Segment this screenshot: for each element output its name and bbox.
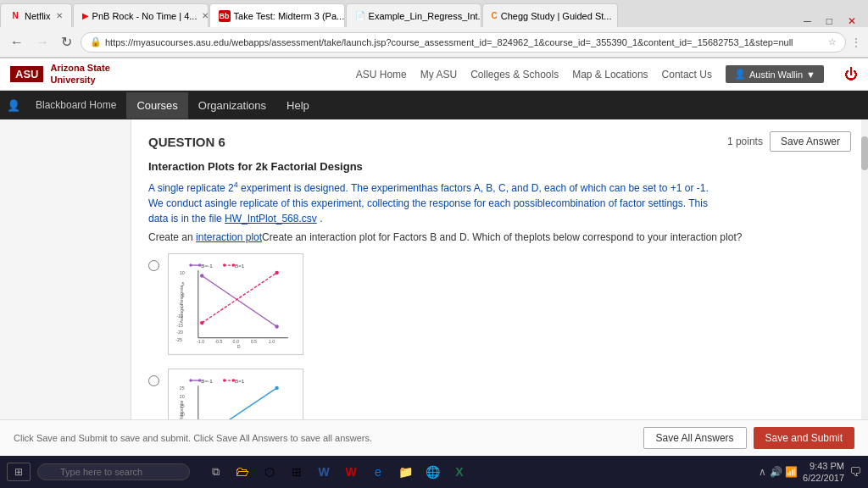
asu-top-links: ASU Home My ASU Colleges & Schools Map &…	[356, 65, 858, 83]
tab-netflix[interactable]: N Netflix ✕	[0, 3, 72, 27]
svg-text:B=-1: B=-1	[201, 378, 213, 384]
desc-text2: We conduct asingle replicate of this exp…	[148, 197, 708, 209]
svg-point-25	[275, 324, 278, 328]
folder-btn[interactable]: 📁	[393, 460, 417, 484]
dropdown-arrow: ▼	[806, 69, 815, 80]
person-icon: 👤	[734, 69, 746, 80]
close-btn[interactable]: ✕	[843, 15, 861, 27]
pnb-favicon: ▶	[82, 10, 89, 22]
windows-store-btn[interactable]: ⊞	[285, 460, 309, 484]
svg-point-1	[189, 263, 192, 267]
radio-option-2[interactable]	[148, 375, 159, 386]
tab-netflix-label: Netflix	[25, 11, 51, 21]
help-nav-item[interactable]: Help	[276, 92, 320, 119]
map-link[interactable]: Map & Locations	[572, 69, 648, 80]
asu-home-link[interactable]: ASU Home	[356, 69, 407, 80]
svg-text:1.0: 1.0	[269, 339, 275, 344]
svg-text:-0.5: -0.5	[214, 339, 222, 344]
taskbar-search-wrap: ○	[37, 463, 190, 480]
taskbar-time-display: 9:43 PM	[803, 460, 844, 472]
notification-btn[interactable]: 🗨	[849, 465, 861, 479]
tab-bar: N Netflix ✕ ▶ PnB Rock - No Time | 4... …	[0, 0, 868, 27]
tab-take-test[interactable]: Bb Take Test: Midterm 3 (Pa... ✕	[209, 3, 345, 27]
taskbar-date-display: 6/22/2017	[803, 472, 844, 484]
excel-btn[interactable]: X	[448, 460, 471, 484]
svg-point-5	[223, 263, 226, 267]
interaction-plot-link[interactable]: interaction plot	[196, 231, 262, 243]
file-explorer-btn[interactable]: 🗁	[231, 460, 254, 484]
svg-text:B=-1: B=-1	[201, 263, 213, 269]
asu-name-line2: University	[50, 75, 109, 86]
svg-point-34	[223, 379, 226, 382]
radio-option-1[interactable]	[148, 260, 159, 271]
tab-chegg-close[interactable]: ✕	[616, 11, 617, 20]
svg-text:0.0: 0.0	[232, 339, 238, 344]
tab-netflix-close[interactable]: ✕	[56, 11, 63, 20]
svg-point-54	[275, 386, 278, 390]
browser-chrome: N Netflix ✕ ▶ PnB Rock - No Time | 4... …	[0, 0, 868, 58]
scrollbar-thumb[interactable]	[861, 136, 868, 170]
footer-message: Click Save and Submit to save and submit…	[14, 433, 372, 443]
svg-text:0.5: 0.5	[251, 339, 257, 344]
svg-text:25: 25	[180, 385, 185, 391]
netflix-favicon: N	[9, 10, 21, 22]
save-submit-btn[interactable]: Save and Submit	[754, 427, 854, 449]
forward-btn[interactable]: →	[32, 35, 53, 50]
bb-nav: 👤 Blackboard Home Courses Organizations …	[0, 91, 868, 119]
dropbox-btn[interactable]: ⬡	[258, 460, 281, 484]
svg-text:B=1: B=1	[235, 378, 245, 384]
contact-link[interactable]: Contact Us	[662, 69, 712, 80]
asu-logo-box: ASU	[10, 66, 43, 82]
maximize-btn[interactable]: □	[821, 15, 837, 27]
prompt-text: Create an interaction plot for Factors B…	[262, 231, 742, 243]
tab-chegg-label: Chegg Study | Guided St...	[501, 11, 612, 21]
asu-name-line1: Arizona State	[50, 63, 109, 74]
task-view-btn[interactable]: ⧉	[203, 460, 227, 484]
chart-1-container: B=-1 B=1 10 5 0 -5 -10 -15 -20	[168, 253, 303, 355]
user-menu-btn[interactable]: 👤 Austin Wallin ▼	[726, 65, 824, 83]
refresh-btn[interactable]: ↻	[58, 34, 75, 50]
tab-example[interactable]: 📄 Example_Lin_Regress_Int... ✕	[346, 3, 481, 27]
taskbar-search-input[interactable]	[37, 463, 190, 480]
svg-text:D: D	[237, 344, 241, 349]
footer-bar: Click Save and Submit to save and submit…	[0, 419, 868, 456]
my-asu-link[interactable]: My ASU	[420, 69, 457, 80]
desc-text1: A single replicate 24 experiment is desi…	[148, 182, 709, 194]
power-btn[interactable]: ⏻	[844, 67, 858, 82]
url-input[interactable]: 🔒 https://myasucourses.asu.edu/webapps/a…	[81, 32, 846, 53]
svg-point-27	[275, 271, 278, 274]
back-btn[interactable]: ←	[7, 35, 27, 50]
question-prompt: Create an interaction plotCreate an inte…	[148, 231, 851, 243]
chart-option-1: B=-1 B=1 10 5 0 -5 -10 -15 -20	[148, 253, 851, 355]
save-all-btn[interactable]: Save All Answers	[643, 427, 747, 449]
minimize-btn[interactable]: ─	[798, 15, 816, 27]
organizations-nav-item[interactable]: Organizations	[188, 92, 276, 119]
edge-btn[interactable]: e	[366, 460, 390, 484]
tab-pnb-close[interactable]: ✕	[202, 11, 208, 20]
courses-nav-item[interactable]: Courses	[126, 92, 187, 119]
tab-example-label: Example_Lin_Regress_Int...	[369, 11, 481, 21]
svg-point-26	[200, 321, 203, 324]
question-number: QUESTION 6	[148, 135, 225, 149]
points-area: 1 points Save Answer	[727, 131, 851, 152]
bb-favicon: Bb	[219, 10, 231, 22]
bb-person-icon: 👤	[7, 99, 20, 112]
bb-home-link[interactable]: Blackboard Home	[25, 92, 126, 118]
colleges-link[interactable]: Colleges & Schools	[470, 69, 559, 80]
tab-pnb[interactable]: ▶ PnB Rock - No Time | 4... ✕	[73, 3, 209, 27]
svg-text:20: 20	[180, 394, 185, 399]
start-button[interactable]: ⊞	[7, 463, 31, 481]
question-header: QUESTION 6 1 points Save Answer	[148, 131, 851, 152]
file-link[interactable]: HW_IntPlot_568.csv	[225, 213, 317, 225]
save-answer-btn[interactable]: Save Answer	[770, 131, 851, 152]
taskbar-clock: 9:43 PM 6/22/2017	[803, 460, 844, 485]
tab-chegg[interactable]: C Chegg Study | Guided St... ✕	[482, 3, 618, 27]
taskbar-icons: ∧ 🔊 📶	[759, 466, 798, 478]
bookmark-icon[interactable]: ☆	[828, 36, 837, 47]
chrome-btn[interactable]: 🌐	[420, 460, 444, 484]
word-btn[interactable]: W	[312, 460, 336, 484]
windows-icon: ⊞	[14, 466, 23, 478]
asu-logo-text: Arizona State University	[50, 63, 109, 85]
example-favicon: 📄	[355, 10, 365, 22]
wolfram-btn[interactable]: W	[339, 460, 363, 484]
